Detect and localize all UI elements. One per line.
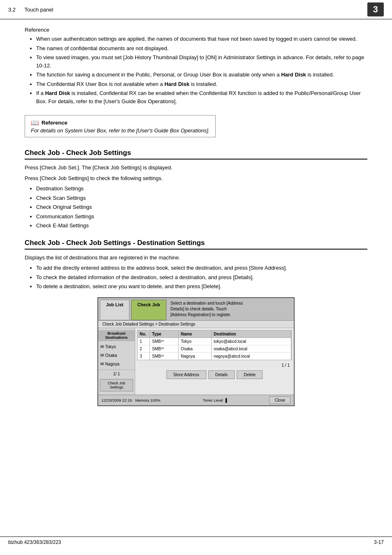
email-icon: ✉: [100, 361, 104, 367]
cell-type: SMB¹³: [150, 338, 179, 345]
section-title: Touch panel: [25, 7, 53, 13]
top-bullet-list: When user authentication settings are ap…: [36, 35, 367, 105]
instruction-text: Select a destination and touch [Address …: [166, 298, 294, 320]
check-job-button[interactable]: Check Job: [131, 300, 166, 320]
bullet-item: The names of confidential documents are …: [36, 44, 367, 53]
sidebar-item-label: Tokyo: [105, 345, 116, 349]
section1-para1: Press [Check Job Set.]. The [Check Job S…: [25, 164, 367, 172]
sidebar-bottom-button[interactable]: Check JobSettings: [100, 379, 133, 391]
col-header-dest: Destination: [212, 331, 291, 338]
bullet-item: Communication Settings: [36, 213, 367, 221]
machine-screen: Job List Check Job Select a destination …: [97, 297, 295, 407]
screen-main: No. Type Name Destination 1 SMB¹³ Tokyo …: [135, 328, 294, 395]
bullet-item: Check Scan Settings: [36, 194, 367, 202]
ref-box-title: 📖 Reference: [31, 119, 210, 127]
sidebar-item-nagoya[interactable]: ✉ Nagoya: [98, 360, 135, 368]
content-area: Reference When user authentication setti…: [0, 19, 392, 418]
cell-dest: tokyo@abcd.local: [212, 338, 291, 345]
cell-type: SMB¹³: [150, 345, 179, 352]
bullet-item: To check the detailed information of the…: [36, 273, 367, 282]
page-footer: bizhub 423/363/283/223 3-17: [0, 536, 392, 548]
col-header-name: Name: [179, 331, 212, 338]
bullet-item: The Confidential RX User Box is not avai…: [36, 80, 367, 88]
bullet-item: Destination Settings: [36, 185, 367, 193]
delete-button[interactable]: Delete: [237, 370, 263, 379]
bullet-item: The function for saving a document in th…: [36, 71, 367, 79]
table-row[interactable]: 2 SMB¹³ Osaka osaka@abcd.local: [138, 345, 291, 353]
header-right: 3: [367, 2, 384, 16]
section1-para2: Press [Check Job Settings] to check the …: [25, 174, 367, 183]
cell-name: Nagoya: [179, 353, 212, 360]
ref-box-text: For details on System User Box, refer to…: [31, 127, 210, 134]
screen-top-bar: Job List Check Job Select a destination …: [98, 298, 294, 321]
table-row[interactable]: 3 SMB¹³ Nagoya nagoya@abcd.local: [138, 353, 291, 360]
cell-name: Tokyo: [179, 338, 212, 345]
toner-level: Toner Level ▐: [203, 398, 227, 402]
sidebar-pagination: 1/ 1: [98, 370, 135, 378]
bullet-item: To view saved images, you must set [Job …: [36, 53, 367, 69]
bullet-item: If a Hard Disk is installed, Confidentia…: [36, 89, 367, 105]
section2-heading: Check Job - Check Job Settings - Destina…: [25, 239, 367, 250]
cell-name: Osaka: [179, 345, 212, 352]
cell-type: SMB¹³: [150, 353, 179, 360]
details-button[interactable]: Details: [208, 370, 235, 379]
cell-dest: osaka@abcd.local: [212, 345, 291, 352]
cell-dest: nagoya@abcd.local: [212, 353, 291, 360]
chapter-badge: 3: [367, 2, 384, 16]
destination-table: No. Type Name Destination 1 SMB¹³ Tokyo …: [137, 330, 292, 360]
book-icon: 📖: [31, 119, 39, 127]
screen-sidebar: BroadcastDestinations ✉ Tokyo ✉ Osaka ✉ …: [98, 328, 135, 395]
footer-page: 3-17: [374, 539, 384, 545]
screen-body: BroadcastDestinations ✉ Tokyo ✉ Osaka ✉ …: [98, 328, 294, 395]
screenshot-container: Job List Check Job Select a destination …: [25, 297, 367, 407]
section2-bullet-list: To add the directly entered address to t…: [36, 264, 367, 291]
section-number: 3.2: [8, 7, 16, 13]
close-button[interactable]: Close: [269, 396, 291, 404]
job-list-button[interactable]: Job List: [100, 300, 129, 320]
cell-no: 3: [138, 353, 150, 360]
table-pagination: 1 / 1: [137, 362, 292, 368]
page-container: 3.2 Touch panel 3 Reference When user au…: [0, 0, 392, 555]
sidebar-item-label: Nagoya: [105, 362, 119, 366]
reference-intro-label: Reference: [25, 27, 367, 33]
toner-bar-icon: ▐: [224, 398, 227, 402]
bullet-item: When user authentication settings are ap…: [36, 35, 367, 43]
footer-model: bizhub 423/363/283/223: [8, 539, 61, 545]
screen-breadcrumb: Check Job Detailed Settings > Destinatio…: [98, 321, 294, 328]
header-section-info: 3.2 Touch panel: [8, 7, 53, 13]
table-header-row: No. Type Name Destination: [138, 331, 291, 338]
bullet-item: Check Original Settings: [36, 203, 367, 211]
col-header-no: No.: [138, 331, 150, 338]
sidebar-item-label: Osaka: [105, 353, 117, 358]
table-row[interactable]: 1 SMB¹³ Tokyo tokyo@abcd.local: [138, 338, 291, 345]
status-date-memory: 12/23/2009 22:19 Memory 100%: [101, 398, 160, 402]
cell-no: 2: [138, 345, 150, 352]
col-header-type: Type: [150, 331, 179, 338]
reference-box: 📖 Reference For details on System User B…: [25, 115, 216, 137]
store-address-button[interactable]: Store Address: [166, 370, 206, 379]
section1-heading: Check Job - Check Job Settings: [25, 149, 367, 160]
cell-no: 1: [138, 338, 150, 345]
sidebar-section-label: BroadcastDestinations: [98, 330, 135, 342]
bullet-item: To delete a destination, select one you …: [36, 282, 367, 291]
sidebar-item-osaka[interactable]: ✉ Osaka: [98, 352, 135, 359]
screen-action-buttons: Store Address Details Delete: [137, 368, 292, 381]
email-icon: ✉: [100, 344, 104, 349]
section1-bullet-list: Destination Settings Check Scan Settings…: [36, 185, 367, 230]
page-header: 3.2 Touch panel 3: [0, 0, 392, 19]
bullet-item: To add the directly entered address to t…: [36, 264, 367, 272]
email-icon: ✉: [100, 353, 104, 358]
screen-status-bar: 12/23/2009 22:19 Memory 100% Toner Level…: [98, 395, 294, 405]
bullet-item: Check E-Mail Settings: [36, 222, 367, 230]
sidebar-item-tokyo[interactable]: ✉ Tokyo: [98, 343, 135, 351]
section2-para1: Displays the list of destinations that a…: [25, 254, 367, 262]
